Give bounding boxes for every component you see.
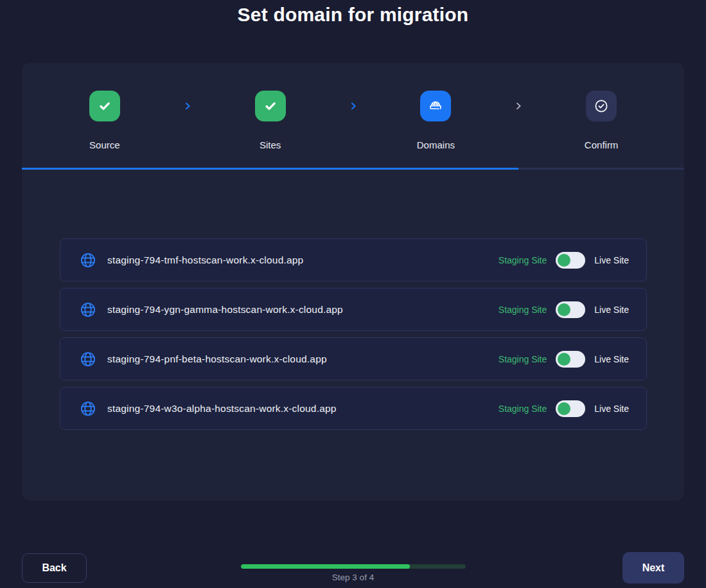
step-sites-label: Sites (260, 139, 281, 150)
toggle-knob (558, 254, 570, 267)
staging-site-label: Staging Site (499, 255, 547, 265)
step-source[interactable]: Source (22, 63, 188, 170)
domain-list: staging-794-tmf-hostscan-work.x-cloud.ap… (60, 238, 647, 436)
migration-wizard: Set domain for migration Source (0, 0, 706, 588)
domain-row: staging-794-tmf-hostscan-work.x-cloud.ap… (60, 238, 647, 281)
globe-icon (79, 301, 97, 319)
step-domains[interactable]: Domains (353, 63, 519, 170)
live-site-label: Live Site (594, 305, 629, 315)
toggle-knob (558, 303, 570, 316)
step-sites-badge (255, 91, 286, 121)
staging-site-label: Staging Site (499, 404, 547, 414)
domain-globe-cursor-icon (427, 98, 444, 114)
staging-site-label: Staging Site (499, 305, 547, 315)
stepper-progress-underline (22, 168, 684, 170)
live-site-label: Live Site (594, 404, 629, 414)
wizard-progress-fill (241, 564, 410, 569)
chevron-right-icon (182, 101, 193, 111)
toggle-knob (558, 353, 570, 366)
circle-check-icon (594, 98, 609, 114)
live-site-label: Live Site (594, 255, 629, 265)
wizard-panel: Source Sites (22, 63, 684, 501)
domain-row: staging-794-ygn-gamma-hostscan-work.x-cl… (60, 288, 647, 331)
step-domains-label: Domains (417, 139, 455, 150)
staging-live-toggle[interactable] (556, 301, 585, 318)
step-source-label: Source (89, 139, 120, 150)
globe-icon (79, 251, 97, 269)
domain-row: staging-794-pnf-beta-hostscan-work.x-clo… (60, 337, 647, 380)
staging-live-toggle[interactable] (556, 400, 585, 417)
stepper-progress-underline-fill (22, 168, 518, 170)
chevron-right-icon (513, 101, 524, 111)
step-counter: Step 3 of 4 (0, 573, 706, 582)
chevron-right-icon (348, 101, 358, 111)
toggle-knob (558, 402, 570, 415)
domain-name: staging-794-ygn-gamma-hostscan-work.x-cl… (107, 304, 499, 316)
domain-name: staging-794-tmf-hostscan-work.x-cloud.ap… (107, 254, 499, 266)
step-domains-badge (420, 91, 451, 121)
page-title: Set domain for migration (0, 4, 706, 26)
check-icon (263, 99, 278, 113)
globe-icon (79, 350, 97, 368)
domain-name: staging-794-pnf-beta-hostscan-work.x-clo… (107, 353, 499, 365)
staging-site-label: Staging Site (499, 354, 547, 364)
step-confirm-label: Confirm (585, 139, 619, 150)
staging-live-toggle[interactable] (556, 252, 585, 269)
domain-row: staging-794-w3o-alpha-hostscan-work.x-cl… (60, 387, 647, 430)
live-site-label: Live Site (594, 354, 629, 364)
globe-icon (79, 400, 97, 418)
stepper: Source Sites (22, 63, 684, 170)
staging-live-toggle[interactable] (556, 351, 585, 368)
step-source-badge (89, 91, 120, 121)
step-sites[interactable]: Sites (188, 63, 353, 170)
wizard-progress-bar (241, 564, 466, 569)
step-confirm-badge (586, 91, 617, 121)
check-icon (98, 99, 112, 113)
step-confirm[interactable]: Confirm (518, 63, 684, 170)
next-button[interactable]: Next (622, 552, 684, 584)
domain-name: staging-794-w3o-alpha-hostscan-work.x-cl… (107, 403, 499, 414)
